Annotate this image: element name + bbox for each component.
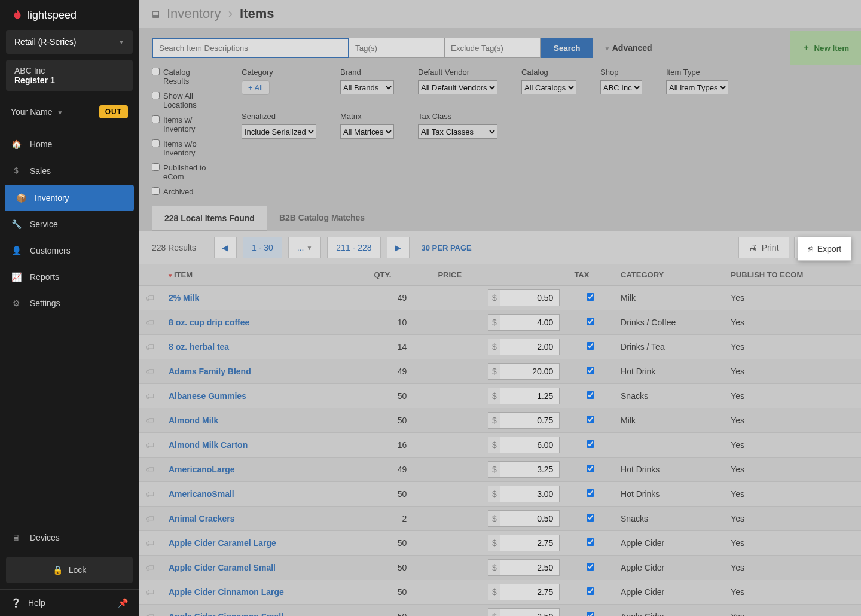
filter-select[interactable]: All Matrices	[340, 124, 394, 139]
tax-checkbox[interactable]	[587, 489, 594, 497]
price-input[interactable]	[500, 437, 558, 453]
sidebar-item-settings[interactable]: ⚙Settings	[0, 290, 139, 316]
item-link[interactable]: Albanese Gummies	[169, 391, 246, 401]
company-block[interactable]: ABC Inc Register 1	[6, 60, 133, 91]
filter-select[interactable]: All Tax Classes	[418, 124, 497, 139]
tag-icon[interactable]: 🏷	[139, 556, 161, 580]
search-button[interactable]: Search	[541, 38, 593, 58]
tax-checkbox[interactable]	[587, 391, 594, 399]
exclude-tags-input[interactable]	[445, 38, 541, 58]
tag-icon[interactable]: 🏷	[139, 580, 161, 605]
col-qty-[interactable]: QTY.	[367, 264, 430, 286]
export-button-highlighted[interactable]: ⎘Export	[798, 237, 851, 261]
tag-icon[interactable]: 🏷	[139, 482, 161, 507]
advanced-toggle[interactable]: ▼ Advanced	[602, 43, 652, 53]
tax-checkbox[interactable]	[587, 587, 594, 595]
tax-checkbox[interactable]	[587, 465, 594, 472]
filter-select[interactable]: All Catalogs	[521, 80, 576, 94]
filter-select[interactable]: All Item Types	[666, 80, 728, 94]
price-input[interactable]	[500, 339, 558, 355]
checkbox[interactable]	[152, 139, 160, 147]
filter-check[interactable]: Show All Locations	[152, 92, 218, 109]
price-input[interactable]	[500, 462, 558, 477]
pin-icon[interactable]: 📌	[118, 598, 128, 608]
filter-select[interactable]: All Brands	[340, 80, 394, 94]
search-input[interactable]	[152, 38, 349, 58]
pager-page-current[interactable]: 1 - 30	[243, 237, 282, 258]
price-input[interactable]	[500, 486, 558, 502]
col-category[interactable]: CATEGORY	[613, 264, 723, 286]
sidebar-item-sales[interactable]: ＄Sales	[0, 157, 139, 185]
checkbox[interactable]	[152, 68, 160, 75]
item-link[interactable]: AmericanoLarge	[169, 465, 234, 474]
app-menu-icon[interactable]: ▤	[152, 9, 160, 19]
item-link[interactable]: Apple Cider Cinnamon Small	[169, 612, 283, 616]
checkbox[interactable]	[152, 92, 160, 99]
price-input[interactable]	[500, 609, 558, 616]
item-link[interactable]: Apple Cider Cinnamon Large	[169, 587, 284, 597]
item-link[interactable]: Apple Cider Caramel Small	[169, 563, 276, 572]
tax-checkbox[interactable]	[587, 342, 594, 350]
new-item-button[interactable]: ＋New Item	[790, 31, 861, 65]
col-tax[interactable]: TAX	[567, 264, 613, 286]
price-input[interactable]	[500, 584, 558, 600]
tab-b2b-catalog[interactable]: B2B Catalog Matches	[267, 206, 377, 231]
tag-icon[interactable]: 🏷	[139, 408, 161, 433]
tab-local-items[interactable]: 228 Local Items Found	[152, 206, 267, 231]
tag-icon[interactable]: 🏷	[139, 286, 161, 310]
filter-check[interactable]: Items w/ Inventory	[152, 115, 218, 133]
clock-out-badge[interactable]: OUT	[99, 105, 128, 118]
tax-checkbox[interactable]	[587, 416, 594, 423]
filter-check[interactable]: Archived	[152, 187, 218, 196]
sidebar-item-service[interactable]: 🔧Service	[0, 211, 139, 237]
sidebar-item-reports[interactable]: 📈Reports	[0, 264, 139, 290]
breadcrumb-section[interactable]: Inventory	[167, 6, 221, 21]
col-item[interactable]: ITEM	[161, 264, 367, 286]
sidebar-item-customers[interactable]: 👤Customers	[0, 237, 139, 264]
item-link[interactable]: Adams Family Blend	[169, 367, 251, 376]
tax-checkbox[interactable]	[587, 514, 594, 522]
checkbox[interactable]	[152, 163, 160, 171]
tag-icon[interactable]: 🏷	[139, 433, 161, 458]
help-link[interactable]: ❔Help	[11, 598, 45, 608]
price-input[interactable]	[500, 388, 558, 404]
price-input[interactable]	[500, 413, 558, 428]
item-link[interactable]: Almond Milk Carton	[169, 440, 248, 450]
price-input[interactable]	[500, 535, 558, 551]
filter-check[interactable]: Items w/o Inventory	[152, 139, 218, 157]
filter-select[interactable]: ABC Inc	[600, 80, 642, 94]
lock-button[interactable]: 🔒Lock	[6, 557, 133, 583]
tag-icon[interactable]: 🏷	[139, 531, 161, 556]
tag-icon[interactable]: 🏷	[139, 310, 161, 335]
user-row[interactable]: Your Name ▼ OUT	[0, 97, 139, 127]
item-link[interactable]: 2% Milk	[169, 293, 199, 303]
item-link[interactable]: Almond Milk	[169, 416, 218, 425]
item-link[interactable]: AmericanoSmall	[169, 489, 234, 499]
price-input[interactable]	[500, 364, 558, 379]
item-link[interactable]: Apple Cider Caramel Large	[169, 538, 276, 548]
pager-next[interactable]: ▶	[387, 237, 410, 258]
tag-icon[interactable]: 🏷	[139, 359, 161, 384]
pager-dots[interactable]: ... ▼	[288, 237, 322, 258]
col-price[interactable]: PRICE	[430, 264, 567, 286]
tax-checkbox[interactable]	[587, 367, 594, 374]
sidebar-item-inventory[interactable]: 📦Inventory	[5, 185, 134, 211]
item-link[interactable]: 8 oz. herbal tea	[169, 342, 229, 352]
sidebar-item-devices[interactable]: 🖥Devices	[0, 524, 139, 551]
sidebar-item-home[interactable]: 🏠Home	[0, 131, 139, 157]
pager-page-last[interactable]: 211 - 228	[327, 237, 380, 258]
tax-checkbox[interactable]	[587, 293, 594, 301]
price-input[interactable]	[500, 315, 558, 330]
filter-check[interactable]: Catalog Results	[152, 68, 218, 86]
tag-icon[interactable]: 🏷	[139, 335, 161, 359]
price-input[interactable]	[500, 290, 558, 306]
pager-prev[interactable]: ◀	[214, 237, 237, 258]
checkbox[interactable]	[152, 115, 160, 123]
tags-input[interactable]	[349, 38, 445, 58]
price-input[interactable]	[500, 511, 558, 526]
filter-select[interactable]: All Default Vendors	[418, 80, 497, 94]
product-selector[interactable]: Retail (R-Series) ▼	[6, 30, 133, 54]
tax-checkbox[interactable]	[587, 440, 594, 448]
category-all-chip[interactable]: + All	[242, 80, 270, 95]
filter-select[interactable]: Include Serialized	[242, 124, 316, 139]
